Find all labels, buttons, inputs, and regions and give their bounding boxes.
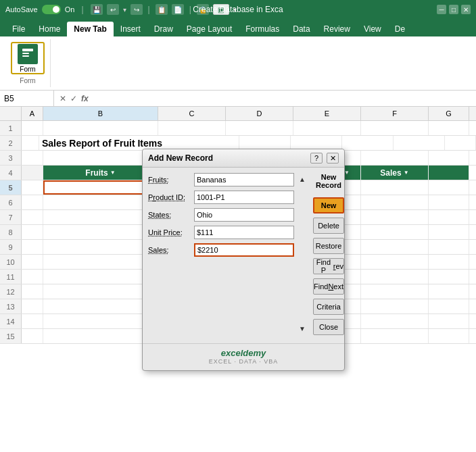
cell-b9[interactable] — [43, 240, 158, 254]
maximize-button[interactable]: □ — [449, 5, 458, 14]
cell-g6[interactable] — [429, 195, 469, 209]
col-header-g[interactable]: G — [429, 107, 469, 120]
scroll-up-arrow[interactable]: ▲ — [299, 176, 306, 183]
formula-input[interactable] — [94, 94, 476, 103]
cell-f4[interactable]: Sales ▼ — [361, 166, 429, 180]
something-icon[interactable]: 📄 — [172, 4, 184, 15]
tab-home[interactable]: Home — [32, 22, 67, 36]
cell-a15[interactable] — [22, 329, 43, 343]
tab-formulas[interactable]: Formulas — [239, 22, 286, 36]
cell-f14[interactable] — [361, 314, 429, 328]
cell-b7[interactable] — [43, 210, 158, 224]
cell-a7[interactable] — [22, 210, 43, 224]
cell-a3[interactable] — [22, 151, 43, 165]
form-button[interactable]: Form — [11, 42, 45, 74]
cell-b11[interactable] — [43, 270, 158, 284]
fruits-filter-arrow[interactable]: ▼ — [110, 170, 116, 176]
field-input-fruits[interactable] — [194, 173, 294, 186]
restore-button[interactable]: Restore — [313, 238, 344, 254]
cell-f15[interactable] — [361, 329, 429, 343]
col-header-b[interactable]: B — [43, 107, 158, 120]
col-header-a[interactable]: A — [22, 107, 43, 120]
tab-pagelayout[interactable]: Page Layout — [180, 22, 239, 36]
cell-f9[interactable] — [361, 240, 429, 254]
field-input-sales[interactable] — [194, 243, 294, 257]
new-button[interactable]: New — [313, 197, 344, 214]
cell-a10[interactable] — [22, 255, 43, 269]
cell-a9[interactable] — [22, 240, 43, 254]
scroll-down-arrow[interactable]: ▼ — [299, 325, 306, 332]
undo-icon[interactable]: ↩ — [107, 4, 119, 15]
cell-b1[interactable] — [43, 121, 158, 135]
cell-f2[interactable] — [394, 136, 445, 150]
cell-b14[interactable] — [43, 314, 158, 328]
cell-f7[interactable] — [361, 210, 429, 224]
unit-price-filter-arrow[interactable]: ▼ — [344, 170, 350, 176]
col-header-f[interactable]: F — [361, 107, 429, 120]
cell-a6[interactable] — [22, 195, 43, 209]
cell-a12[interactable] — [22, 284, 43, 299]
cell-g11[interactable] — [429, 270, 469, 284]
cell-b8[interactable] — [43, 225, 158, 239]
cell-g15[interactable] — [429, 329, 469, 343]
cell-a1[interactable] — [22, 121, 43, 135]
save-icon[interactable]: 💾 — [91, 4, 103, 15]
cell-g1[interactable] — [429, 121, 469, 135]
dialog-help-button[interactable]: ? — [310, 153, 323, 164]
minimize-button[interactable]: ─ — [437, 5, 446, 14]
cell-e2[interactable] — [342, 136, 394, 150]
cell-b4[interactable]: Fruits ▼ — [43, 166, 158, 180]
cell-g10[interactable] — [429, 255, 469, 269]
tab-insert[interactable]: Insert — [114, 22, 147, 36]
cell-f13[interactable] — [361, 299, 429, 313]
cell-g12[interactable] — [429, 284, 469, 299]
cell-a2[interactable] — [22, 136, 39, 150]
cell-g3[interactable] — [429, 151, 469, 165]
cell-d2[interactable] — [291, 136, 342, 150]
delete-button[interactable]: Delete — [313, 218, 344, 234]
find-next-button[interactable]: Find Next — [313, 278, 344, 295]
cell-f3[interactable] — [361, 151, 429, 165]
tab-newtab[interactable]: New Tab — [67, 22, 113, 36]
cell-a13[interactable] — [22, 299, 43, 313]
cell-a4[interactable] — [22, 166, 43, 180]
cell-g5[interactable] — [429, 180, 469, 195]
tab-file[interactable]: File — [5, 22, 32, 36]
tab-view[interactable]: View — [357, 22, 388, 36]
cell-f11[interactable] — [361, 270, 429, 284]
cell-g9[interactable] — [429, 240, 469, 254]
cell-d1[interactable] — [226, 121, 293, 135]
insert-function-icon[interactable]: fx — [81, 94, 89, 103]
field-input-unit-price[interactable] — [194, 226, 294, 239]
cell-b5[interactable] — [43, 180, 158, 195]
cell-g8[interactable] — [429, 225, 469, 239]
cell-c2[interactable] — [239, 136, 291, 150]
cell-b3[interactable] — [43, 151, 158, 165]
cell-a11[interactable] — [22, 270, 43, 284]
cell-g2[interactable] — [445, 136, 476, 150]
cell-b2[interactable]: Sales Report of Fruit Items — [39, 136, 239, 150]
sales-filter-arrow[interactable]: ▼ — [404, 170, 409, 176]
cell-e1[interactable] — [293, 121, 361, 135]
cell-a14[interactable] — [22, 314, 43, 328]
cell-reference[interactable]: B5 — [0, 91, 54, 106]
cell-b13[interactable] — [43, 299, 158, 313]
cell-f12[interactable] — [361, 284, 429, 299]
autosave-toggle[interactable] — [42, 5, 61, 14]
cancel-formula-icon[interactable]: ✕ — [60, 94, 66, 103]
cell-f5[interactable] — [361, 180, 429, 195]
cell-g14[interactable] — [429, 314, 469, 328]
redo-icon[interactable]: ↪ — [130, 4, 143, 15]
cell-a5[interactable] — [22, 180, 43, 195]
tab-review[interactable]: Review — [317, 22, 357, 36]
col-header-e[interactable]: E — [293, 107, 361, 120]
field-input-product-id[interactable] — [194, 191, 294, 204]
field-input-states[interactable] — [194, 208, 294, 222]
dialog-close-button[interactable]: ✕ — [327, 153, 339, 164]
cell-f1[interactable] — [361, 121, 429, 135]
find-prev-button[interactable]: Find Prev — [313, 258, 344, 274]
cell-f10[interactable] — [361, 255, 429, 269]
cell-f6[interactable] — [361, 195, 429, 209]
tab-de[interactable]: De — [388, 22, 412, 36]
confirm-formula-icon[interactable]: ✓ — [70, 94, 77, 103]
